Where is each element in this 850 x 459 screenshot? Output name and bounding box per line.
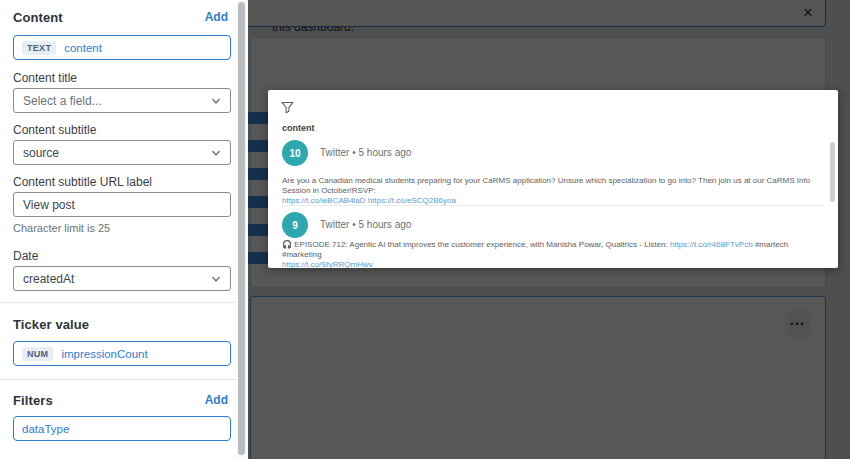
content-subtitle-select-value: source <box>23 146 59 160</box>
item-count-badge: 10 <box>282 140 308 166</box>
content-add-button[interactable]: Add <box>205 10 228 24</box>
item-count-badge: 9 <box>282 212 308 238</box>
item-message: 🎧 EPISODE 712: Agentic AI that improves … <box>282 240 812 268</box>
content-preview-popover: content 10 Twitter • 5 hours ago Are you… <box>268 90 838 268</box>
ticker-section-header: Ticker value <box>13 315 228 333</box>
url-label-label: Content subtitle URL label <box>13 175 152 189</box>
url-label-field <box>13 192 231 217</box>
content-title-select[interactable]: Select a field... <box>13 88 231 113</box>
list-divider <box>282 205 824 206</box>
chevron-down-icon <box>211 96 221 106</box>
ticker-field-value: impressionCount <box>61 348 147 360</box>
filter-field-value: dataType <box>22 423 69 435</box>
item-source-meta: Twitter • 5 hours ago <box>320 147 411 158</box>
section-divider <box>0 302 236 303</box>
popover-scrollbar-thumb[interactable] <box>830 142 835 202</box>
section-divider <box>0 379 236 380</box>
chevron-down-icon <box>211 148 221 158</box>
filters-section-title: Filters <box>13 393 53 408</box>
item-link[interactable]: https://t.co/ieBCAB4laD <box>282 196 366 205</box>
char-limit-helper: Character limit is 25 <box>13 222 110 234</box>
item-message: Are you a Canadian medical students prep… <box>282 176 812 206</box>
chevron-down-icon <box>211 274 221 284</box>
filters-add-button[interactable]: Add <box>205 393 228 407</box>
date-label: Date <box>13 249 38 263</box>
url-label-input[interactable] <box>23 198 221 212</box>
popover-field-label: content <box>282 123 315 133</box>
content-title-label: Content title <box>13 71 77 85</box>
item-link[interactable]: https://t.co/SfyRRQmHwv <box>282 260 373 268</box>
item-message-text: 🎧 EPISODE 712: Agentic AI that improves … <box>282 240 668 249</box>
content-subtitle-select[interactable]: source <box>13 140 231 165</box>
content-title-select-value: Select a field... <box>23 94 102 108</box>
content-settings-panel: Content Add TEXT content Content title S… <box>0 0 236 459</box>
dashboard-editor: Content Add TEXT content Content title S… <box>0 0 850 459</box>
filter-icon[interactable] <box>281 101 294 114</box>
dashboard-canvas: this dashboard. × ••• content 10 Twitter… <box>248 0 850 459</box>
item-link[interactable]: https://t.co/eSCQ2B6yoa <box>368 196 456 205</box>
date-select[interactable]: createdAt <box>13 266 231 291</box>
date-select-value: createdAt <box>23 272 74 286</box>
content-subtitle-label: Content subtitle <box>13 123 96 137</box>
field-type-badge-text: TEXT <box>22 41 56 55</box>
panel-scrollbar-thumb[interactable] <box>238 2 245 455</box>
filter-field-pill[interactable]: dataType <box>13 416 231 441</box>
content-field-pill[interactable]: TEXT content <box>13 35 231 60</box>
ticker-section-title: Ticker value <box>13 317 89 332</box>
item-source-meta: Twitter • 5 hours ago <box>320 219 411 230</box>
panel-scrollbar[interactable] <box>236 0 248 459</box>
filters-section-header: Filters Add <box>13 391 228 409</box>
item-message-text: Are you a Canadian medical students prep… <box>282 176 810 195</box>
content-field-value: content <box>64 42 102 54</box>
content-section-title: Content <box>13 10 63 25</box>
field-type-badge-num: NUM <box>22 347 53 361</box>
ticker-field-pill[interactable]: NUM impressionCount <box>13 341 231 366</box>
content-section-header: Content Add <box>13 8 228 26</box>
item-link[interactable]: https://t.co/r468FTvPcb <box>670 240 753 249</box>
